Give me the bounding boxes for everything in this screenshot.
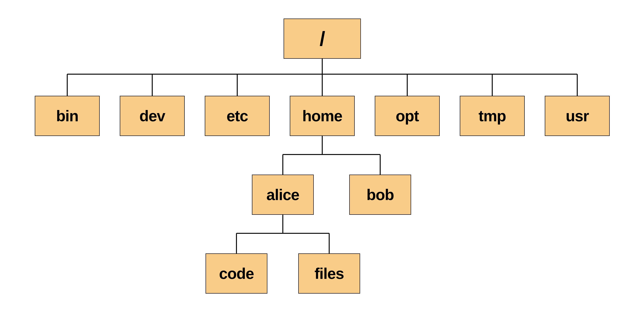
- node-label: code: [219, 265, 254, 282]
- node-bin: bin: [35, 96, 100, 136]
- node-files: files: [298, 254, 360, 294]
- node-label: bin: [56, 107, 78, 125]
- node-opt: opt: [375, 96, 440, 136]
- node-dev: dev: [120, 96, 185, 136]
- node-label: tmp: [478, 107, 506, 125]
- node-bob: bob: [349, 174, 411, 215]
- node-home: home: [290, 96, 355, 136]
- node-label: files: [314, 265, 344, 282]
- node-label: alice: [266, 186, 299, 204]
- node-code: code: [206, 254, 267, 294]
- node-label: /: [320, 27, 325, 50]
- node-label: dev: [140, 107, 165, 125]
- node-usr: usr: [545, 96, 610, 136]
- node-label: opt: [396, 107, 419, 125]
- node-tmp: tmp: [460, 96, 525, 136]
- node-label: bob: [366, 186, 394, 204]
- node-alice: alice: [252, 174, 314, 215]
- node-etc: etc: [205, 96, 270, 136]
- node-root: /: [284, 18, 361, 59]
- node-label: etc: [226, 107, 248, 125]
- node-label: usr: [566, 107, 589, 125]
- node-label: home: [302, 107, 342, 125]
